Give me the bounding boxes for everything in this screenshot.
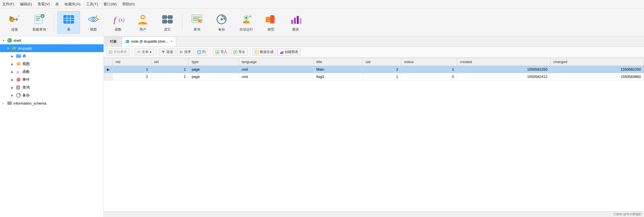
col-created[interactable]: created xyxy=(457,58,550,66)
expand-toggle-event[interactable]: ▶ xyxy=(11,78,16,81)
sidebar-item-information-schema[interactable]: ▶ information_schema xyxy=(0,99,104,107)
menu-favorites[interactable]: 收藏夹(A) xyxy=(65,2,80,7)
sidebar-item-backup[interactable]: ▶ 备份 xyxy=(0,91,104,99)
svg-rect-81 xyxy=(197,50,201,54)
cell-title-1[interactable]: Main xyxy=(313,66,363,73)
query-button[interactable]: 查询 xyxy=(186,11,208,34)
col-uid[interactable]: uid xyxy=(363,58,401,66)
tab-objects-label: 对象 xyxy=(110,39,117,44)
expand-toggle-shell[interactable]: ▼ xyxy=(2,39,7,42)
text-dropdown-icon[interactable]: ▾ xyxy=(150,50,151,54)
tab-bar: 对象 node @ drupaldb (shel.... × xyxy=(104,36,644,47)
cell-language-2[interactable]: und xyxy=(239,73,313,80)
filter-button[interactable]: 筛选 xyxy=(159,49,176,56)
expand-toggle-info[interactable]: ▶ xyxy=(2,102,7,105)
menu-window[interactable]: 窗口(W) xyxy=(104,2,117,7)
cell-status-2[interactable]: 0 xyxy=(401,73,457,80)
tab-close-button[interactable]: × xyxy=(171,40,173,43)
svg-rect-69 xyxy=(126,40,129,43)
sidebar-item-view[interactable]: ▶ 视图 xyxy=(0,60,104,68)
backup-tree-label: 备份 xyxy=(22,93,101,98)
view-tree-icon xyxy=(16,61,21,67)
new-query-button[interactable]: + 新建查询 xyxy=(28,11,50,34)
cell-changed-2[interactable]: 1550583860 xyxy=(550,73,644,80)
cell-created-1[interactable]: 1550582250 xyxy=(457,66,550,73)
table-button[interactable]: 表 xyxy=(58,11,80,34)
sidebar-item-table[interactable]: ▶ 表 xyxy=(0,52,104,60)
col-vid[interactable]: vid xyxy=(151,58,189,66)
other-button[interactable]: 其它 xyxy=(156,11,179,34)
cell-title-2[interactable]: flag3 xyxy=(313,73,363,80)
col-nid[interactable]: nid xyxy=(113,58,151,66)
sidebar-item-query[interactable]: ▶ 查询 xyxy=(0,84,104,91)
cell-nid-2[interactable]: 2 xyxy=(113,73,151,80)
col-type[interactable]: type xyxy=(189,58,239,66)
create-chart-button[interactable]: 创建图表 xyxy=(277,49,301,56)
generate-data-button[interactable]: + 数据生成 xyxy=(252,49,276,56)
col-status[interactable]: status xyxy=(401,58,457,66)
sidebar-item-function[interactable]: ▶ fx 函数 xyxy=(0,68,104,76)
tb-sep1 xyxy=(132,49,132,56)
table-row[interactable]: 2 2 page und flag3 1 0 1550582412 155058… xyxy=(104,73,644,80)
menu-help[interactable]: 帮助(H) xyxy=(122,2,135,7)
expand-toggle-drupaldb[interactable]: ▼ xyxy=(7,47,11,50)
view-button[interactable]: 视图 xyxy=(82,11,105,34)
connect-button[interactable]: + 连接 xyxy=(3,11,26,34)
sort-button[interactable]: 排序 xyxy=(177,49,194,56)
cell-uid-1[interactable]: 2 xyxy=(363,66,401,73)
svg-rect-90 xyxy=(280,52,281,54)
cell-changed-1[interactable]: 1550582250 xyxy=(550,66,644,73)
user-button[interactable]: 用户 xyxy=(132,11,154,34)
col-language[interactable]: language xyxy=(239,58,313,66)
col-changed[interactable]: changed xyxy=(550,58,644,66)
begin-transaction-button[interactable]: T 开始事务 xyxy=(106,49,130,56)
expand-toggle-query[interactable]: ▶ xyxy=(11,86,16,89)
cell-language-1[interactable]: und xyxy=(239,66,313,73)
cell-type-1[interactable]: page xyxy=(189,66,239,73)
auto-run-icon: AI xyxy=(240,13,253,26)
expand-toggle-backup[interactable]: ▶ xyxy=(11,94,16,97)
columns-button[interactable]: 列 xyxy=(195,49,208,56)
expand-toggle-table[interactable]: ▶ xyxy=(11,55,16,58)
text-button[interactable]: 文本 ▾ xyxy=(134,49,154,56)
table-tree-icon xyxy=(16,53,21,59)
cell-type-2[interactable]: page xyxy=(189,73,239,80)
tab-node[interactable]: node @ drupaldb (shel.... × xyxy=(122,37,176,46)
menu-table[interactable]: 表 xyxy=(55,2,59,7)
chart-button[interactable]: 图表 xyxy=(284,11,307,34)
info-schema-label: information_schema xyxy=(13,101,101,105)
cell-created-2[interactable]: 1550582412 xyxy=(457,73,550,80)
cell-uid-2[interactable]: 1 xyxy=(363,73,401,80)
import-button[interactable]: 导入 xyxy=(213,49,230,56)
table-row[interactable]: ▶ 1 1 page und Main 2 1 1550582250 15505… xyxy=(104,66,644,73)
export-button[interactable]: 导出 xyxy=(231,49,248,56)
sidebar-item-drupaldb[interactable]: ▼ drupaldb xyxy=(0,44,104,52)
auto-run-button[interactable]: AI 自动运行 xyxy=(235,11,257,34)
backup-button[interactable]: 备份 xyxy=(210,11,233,34)
expand-toggle-view[interactable]: ▶ xyxy=(11,63,16,66)
col-title[interactable]: title xyxy=(313,58,363,66)
tab-objects[interactable]: 对象 xyxy=(105,37,122,46)
cell-vid-1[interactable]: 1 xyxy=(151,66,189,73)
menu-view[interactable]: 查看(V) xyxy=(38,2,50,7)
svg-marker-77 xyxy=(162,51,165,54)
cell-vid-2[interactable]: 2 xyxy=(151,73,189,80)
svg-rect-43 xyxy=(270,15,274,23)
menu-file[interactable]: 文件(F) xyxy=(2,2,14,7)
function-button[interactable]: f (x) 函数 xyxy=(107,11,129,34)
model-button[interactable]: 模型 xyxy=(260,11,282,34)
auto-run-label: 自动运行 xyxy=(240,27,253,32)
menu-tools[interactable]: 工具(T) xyxy=(86,2,98,7)
row-marker-2 xyxy=(104,73,113,80)
sidebar-item-event[interactable]: ▶ ! 事件 xyxy=(0,76,104,84)
sidebar-item-shell[interactable]: ▼ S shell xyxy=(0,36,104,44)
cell-status-1[interactable]: 1 xyxy=(401,66,457,73)
svg-point-37 xyxy=(245,17,247,19)
menu-edit[interactable]: 编辑(E) xyxy=(20,2,32,7)
expand-toggle-function[interactable]: ▶ xyxy=(11,70,16,73)
menu-bar: 文件(F) 编辑(E) 查看(V) 表 收藏夹(A) 工具(T) 窗口(W) 帮… xyxy=(0,0,644,8)
data-table: nid vid type language title uid status c… xyxy=(104,58,644,80)
cell-nid-1[interactable]: 1 xyxy=(113,66,151,73)
svg-text:(x): (x) xyxy=(119,17,124,23)
status-text: CSDN @半只野指针 xyxy=(614,212,642,216)
